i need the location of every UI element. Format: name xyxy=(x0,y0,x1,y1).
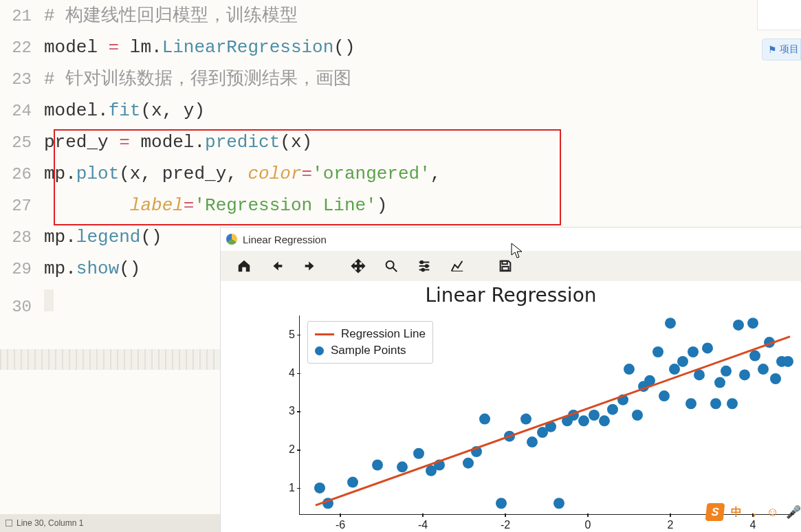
ime-mic-icon: 🎤 xyxy=(786,505,801,520)
data-point xyxy=(632,410,643,421)
svg-rect-5 xyxy=(502,267,508,271)
data-point xyxy=(496,498,507,509)
gutter-25: 25 xyxy=(0,127,44,159)
data-point xyxy=(553,498,564,509)
back-button[interactable] xyxy=(262,253,292,279)
gutter-21: 21 xyxy=(0,1,44,32)
data-point xyxy=(688,346,699,357)
ytick: 2 xyxy=(278,443,295,456)
ime-indicator[interactable]: S 中 ， ☺ 🎤 xyxy=(706,503,801,521)
chart-title: Linear Regression xyxy=(221,281,801,307)
data-point xyxy=(710,398,721,409)
matplotlib-window[interactable]: Linear Regression Linear Regression 1234… xyxy=(220,227,801,532)
mpl-titlebar[interactable]: Linear Regression xyxy=(221,228,801,251)
pan-button[interactable] xyxy=(343,253,373,279)
data-point xyxy=(314,483,325,494)
data-point xyxy=(702,342,713,353)
editor-statusbar: Line 30, Column 1 xyxy=(0,514,220,532)
chart-area: Linear Regression 12345 -6-4-2024 Regres… xyxy=(221,281,801,532)
data-point xyxy=(714,377,725,388)
svg-point-0 xyxy=(386,261,394,269)
mpl-toolbar xyxy=(221,251,801,281)
data-point xyxy=(669,364,680,375)
ytick: 4 xyxy=(278,367,295,379)
data-point xyxy=(479,414,490,425)
save-button[interactable] xyxy=(490,253,520,279)
xtick: -4 xyxy=(413,519,433,531)
legend-dot-swatch xyxy=(315,346,324,355)
home-button[interactable] xyxy=(229,253,259,279)
data-point xyxy=(782,356,793,367)
ime-lang: 中 xyxy=(731,505,742,520)
editor-ruler xyxy=(0,349,220,370)
edit-axes-button[interactable] xyxy=(442,253,472,279)
data-point xyxy=(624,364,635,375)
ime-smile-icon: ☺ xyxy=(767,505,779,520)
data-point xyxy=(607,404,618,415)
forward-button[interactable] xyxy=(295,253,325,279)
data-point xyxy=(721,366,732,377)
xtick: -6 xyxy=(330,519,351,531)
sogou-icon: S xyxy=(705,503,725,521)
ytick: 3 xyxy=(278,405,295,417)
data-point xyxy=(397,461,408,472)
data-point xyxy=(372,460,383,471)
gutter-22: 22 xyxy=(0,32,44,64)
zoom-button[interactable] xyxy=(376,253,406,279)
data-point xyxy=(527,436,538,447)
gutter-30: 30 xyxy=(0,291,44,323)
data-point xyxy=(677,356,688,367)
data-point xyxy=(685,398,696,409)
ytick: 1 xyxy=(278,482,295,494)
legend-entry-0: Regression Line xyxy=(341,327,426,341)
chart-legend: Regression Line Sample Points xyxy=(307,321,433,364)
data-point xyxy=(665,318,676,329)
data-point xyxy=(589,410,600,421)
legend-entry-1: Sample Points xyxy=(331,344,406,357)
data-point xyxy=(739,369,750,380)
legend-line-swatch xyxy=(315,333,334,335)
data-point xyxy=(463,458,474,469)
xtick: 2 xyxy=(660,519,681,531)
svg-point-2 xyxy=(426,265,428,267)
gutter-27: 27 xyxy=(0,190,44,222)
statusbar-position: Line 30, Column 1 xyxy=(17,518,83,528)
data-point xyxy=(749,351,760,362)
data-point xyxy=(727,398,738,409)
gutter-29: 29 xyxy=(0,254,44,285)
data-point xyxy=(347,477,358,488)
data-point xyxy=(520,414,531,425)
data-point xyxy=(652,346,663,357)
svg-rect-4 xyxy=(502,261,507,265)
data-point xyxy=(733,320,744,331)
gutter-28: 28 xyxy=(0,222,44,254)
configure-button[interactable] xyxy=(409,253,439,279)
svg-point-3 xyxy=(421,269,424,271)
matplotlib-icon xyxy=(226,234,237,245)
gutter-23: 23 xyxy=(0,64,44,96)
data-point xyxy=(599,415,610,426)
data-point xyxy=(413,448,424,459)
data-point xyxy=(578,415,589,426)
statusbar-icon xyxy=(6,520,12,527)
mpl-window-title: Linear Regression xyxy=(243,234,327,245)
gutter-24: 24 xyxy=(0,96,44,127)
cursor-line xyxy=(44,289,54,311)
data-point xyxy=(770,373,781,384)
svg-point-1 xyxy=(421,261,424,264)
xtick: -2 xyxy=(495,519,516,531)
comment: # 针对训练数据，得到预测结果，画图 xyxy=(44,69,351,89)
xtick: 0 xyxy=(578,519,598,531)
data-point xyxy=(747,318,758,329)
gutter-26: 26 xyxy=(0,159,44,190)
ytick: 5 xyxy=(278,329,295,341)
data-point xyxy=(758,364,769,375)
comment: # 构建线性回归模型，训练模型 xyxy=(44,5,298,26)
data-point xyxy=(659,390,670,401)
ime-punct: ， xyxy=(749,505,760,520)
